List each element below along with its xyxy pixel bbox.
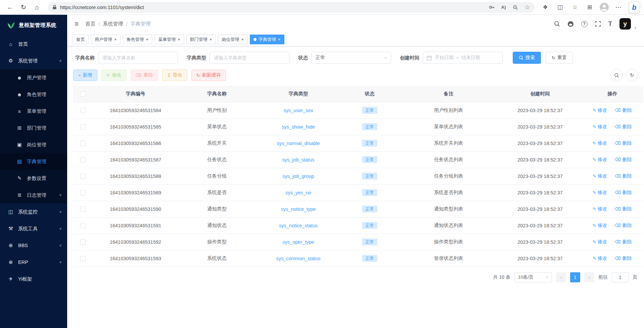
row-checkbox[interactable] — [80, 239, 86, 245]
refresh-table-button[interactable]: ↻ — [626, 69, 638, 81]
tab[interactable]: 首页 — [73, 35, 89, 44]
row-checkbox[interactable] — [80, 223, 86, 228]
tab-close-icon[interactable]: × — [210, 37, 212, 42]
tab[interactable]: 岗位管理 × — [218, 35, 247, 44]
row-checkbox[interactable] — [80, 206, 86, 212]
collections-icon[interactable]: ⊞ — [584, 1, 596, 13]
row-edit-link[interactable]: ✎修改 — [593, 206, 607, 212]
sidebar-item-param-settings[interactable]: ✎ 参数设置 — [0, 170, 67, 187]
row-checkbox[interactable] — [80, 108, 86, 113]
table-row[interactable]: 1641030593246531586 系统开关 sys_normal_disa… — [73, 135, 643, 151]
delete-button[interactable]: ⌫ 删除 — [131, 69, 158, 81]
split-screen-icon[interactable]: ◫ — [554, 1, 566, 13]
tab[interactable]: 菜单管理 × — [154, 35, 184, 44]
sidebar-item-erp[interactable]: ⊕ ERP ∨ — [0, 254, 67, 271]
toggle-search-button[interactable] — [610, 69, 623, 81]
goto-page-input[interactable] — [612, 272, 629, 282]
font-size-icon[interactable]: T — [608, 20, 612, 28]
reset-button[interactable]: ↻ 重置 — [546, 52, 573, 64]
row-checkbox[interactable] — [80, 256, 86, 261]
row-delete-link[interactable]: ⌫删除 — [615, 189, 632, 196]
table-row[interactable]: 1641030593246531593 系统状态 sys_common_stat… — [73, 250, 643, 267]
password-key-icon[interactable] — [489, 4, 495, 10]
row-edit-link[interactable]: ✎修改 — [593, 107, 607, 113]
row-delete-link[interactable]: ⌫删除 — [615, 255, 632, 262]
sidebar-item-dict-mgmt[interactable]: ▤ 字典管理 — [0, 153, 67, 170]
dict-type-link[interactable]: sys_yes_no — [285, 190, 311, 195]
row-edit-link[interactable]: ✎修改 — [593, 173, 607, 179]
sidebar-item-system-tools[interactable]: ⚒ 系统工具 ∨ — [0, 220, 67, 237]
tab[interactable]: 部门管理 × — [186, 35, 216, 44]
dict-type-link[interactable]: sys_job_group — [282, 174, 314, 179]
refresh-cache-button[interactable]: ↻ 刷新缓存 — [191, 69, 226, 81]
row-checkbox[interactable] — [80, 157, 86, 162]
dict-type-link[interactable]: sys_oper_type — [282, 239, 314, 245]
browser-menu-icon[interactable]: ⋯ — [612, 1, 625, 13]
sidebar-item-role-mgmt[interactable]: ☻ 角色管理 — [0, 86, 67, 103]
row-edit-link[interactable]: ✎修改 — [593, 239, 607, 245]
dict-type-link[interactable]: sys_normal_disable — [277, 141, 320, 146]
tab[interactable]: 角色管理 × — [123, 35, 152, 44]
tab-close-icon[interactable]: × — [278, 37, 281, 42]
fullscreen-icon[interactable] — [595, 21, 601, 27]
dict-type-link[interactable]: sys_show_hide — [282, 124, 315, 130]
table-row[interactable]: 1641030593246531591 通知状态 sys_notice_stat… — [73, 217, 643, 234]
table-row[interactable]: 1641030593246531592 操作类型 sys_oper_type 正… — [73, 234, 643, 250]
profile-avatar[interactable] — [598, 2, 610, 13]
date-range-picker[interactable]: 开始日期 - 结束日期 — [423, 52, 503, 64]
next-page-button[interactable]: › — [584, 272, 594, 282]
read-aloud-icon[interactable]: A) — [501, 5, 506, 10]
sidebar-item-yi-framework[interactable]: ✈ Yi框架 — [0, 271, 67, 287]
dict-name-input[interactable] — [98, 52, 178, 64]
sidebar-item-system-monitor[interactable]: ◫ 系统监控 ∨ — [0, 203, 67, 220]
dict-type-link[interactable]: sys_common_status — [276, 256, 320, 261]
row-edit-link[interactable]: ✎修改 — [593, 156, 607, 163]
dict-type-link[interactable]: sys_notice_status — [279, 223, 318, 228]
tab-close-icon[interactable]: × — [241, 37, 244, 42]
page-size-select[interactable]: 10条/页 ∨ — [514, 272, 552, 282]
github-icon[interactable] — [567, 21, 574, 27]
sidebar-item-dept-mgmt[interactable]: ⊞ 部门管理 — [0, 120, 67, 136]
row-edit-link[interactable]: ✎修改 — [593, 189, 607, 196]
favorites-add-star-icon[interactable]: ☆ — [525, 4, 530, 11]
sidebar-item-system-mgmt[interactable]: ⚙ 系统管理 ∧ — [0, 52, 67, 69]
row-edit-link[interactable]: ✎修改 — [593, 140, 607, 146]
table-row[interactable]: 1641030593246531590 通知类型 sys_notice_type… — [73, 201, 643, 217]
status-select[interactable]: 正常 ∨ — [311, 52, 391, 64]
prev-page-button[interactable]: ‹ — [556, 272, 566, 282]
row-checkbox[interactable] — [80, 190, 86, 195]
row-edit-link[interactable]: ✎修改 — [593, 124, 607, 130]
export-button[interactable]: ↧ 导出 — [162, 69, 187, 81]
bing-sidebar-icon[interactable]: b — [629, 2, 640, 13]
sidebar-item-menu-mgmt[interactable]: ≡ 菜单管理 — [0, 103, 67, 120]
table-row[interactable]: 1641030593246531589 系统是否 sys_yes_no 正常 系… — [73, 184, 643, 201]
sidebar-item-log-mgmt[interactable]: ≣ 日志管理 ∨ — [0, 187, 67, 203]
browser-back-icon[interactable]: ← — [4, 1, 16, 13]
row-delete-link[interactable]: ⌫删除 — [615, 124, 632, 130]
tab[interactable]: 字典管理 × — [250, 35, 284, 44]
row-edit-link[interactable]: ✎修改 — [593, 222, 607, 229]
edit-button[interactable]: ✎ 修改 — [101, 69, 127, 81]
row-checkbox[interactable] — [80, 124, 86, 130]
breadcrumb-item[interactable]: 首页 — [85, 21, 95, 27]
row-delete-link[interactable]: ⌫删除 — [615, 156, 632, 163]
table-row[interactable]: 1641030593246531588 任务分组 sys_job_group 正… — [73, 168, 643, 184]
tab-close-icon[interactable]: × — [178, 37, 180, 42]
add-button[interactable]: + 新增 — [73, 69, 97, 81]
dict-type-link[interactable]: sys_job_status — [282, 157, 315, 162]
browser-reload-icon[interactable]: ↻ — [17, 1, 30, 13]
zoom-icon[interactable] — [513, 5, 518, 10]
row-edit-link[interactable]: ✎修改 — [593, 255, 607, 262]
row-delete-link[interactable]: ⌫删除 — [615, 239, 632, 245]
row-delete-link[interactable]: ⌫删除 — [615, 107, 632, 113]
table-row[interactable]: 1641030593246531585 菜单状态 sys_show_hide 正… — [73, 119, 643, 135]
dict-type-input[interactable] — [210, 52, 289, 64]
sidebar-item-user-mgmt[interactable]: ☻ 用户管理 — [0, 69, 67, 86]
tab-close-icon[interactable]: × — [114, 37, 117, 42]
sidebar-item-post-mgmt[interactable]: ▣ 岗位管理 — [0, 136, 67, 153]
row-delete-link[interactable]: ⌫删除 — [615, 140, 632, 146]
table-row[interactable]: 1641030593246531587 任务状态 sys_job_status … — [73, 151, 643, 168]
dict-type-link[interactable]: sys_notice_type — [281, 206, 316, 212]
sidebar-toggle-icon[interactable]: ≡ — [75, 20, 79, 28]
table-row[interactable]: 1641030593246531584 用户性别 sys_user_sex 正常… — [73, 102, 643, 119]
